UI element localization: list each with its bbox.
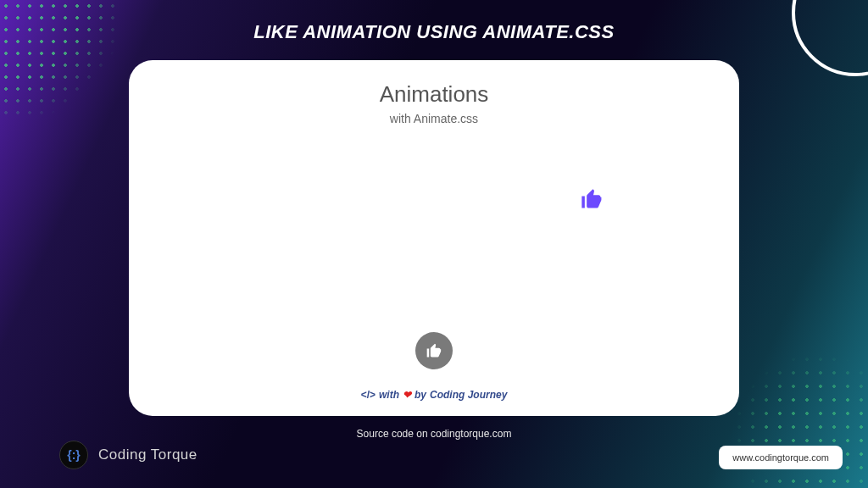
card-heading: Animations bbox=[380, 81, 489, 108]
credit-line: </> with ❤ by Coding Journey bbox=[361, 389, 508, 401]
like-button[interactable] bbox=[415, 332, 453, 369]
card-subheading: with Animate.css bbox=[390, 112, 478, 125]
thumb-up-icon bbox=[426, 342, 442, 359]
credit-by: by bbox=[415, 389, 426, 401]
page-title: LIKE ANIMATION USING ANIMATE.CSS bbox=[0, 0, 868, 43]
credit-with: with bbox=[379, 389, 399, 401]
brand-area: {:} Coding Torque bbox=[59, 441, 198, 469]
decorative-arc-top-right bbox=[792, 0, 868, 76]
floating-thumb-icon bbox=[580, 187, 604, 211]
heart-icon: ❤ bbox=[403, 389, 411, 401]
demo-card: Animations with Animate.css </> with ❤ b… bbox=[129, 60, 739, 416]
brand-name: Coding Torque bbox=[98, 446, 198, 463]
brand-logo: {:} bbox=[59, 441, 88, 469]
code-icon: </> bbox=[361, 389, 376, 401]
website-link[interactable]: www.codingtorque.com bbox=[719, 446, 843, 469]
credit-author[interactable]: Coding Journey bbox=[430, 389, 507, 401]
decorative-dots-top-left bbox=[0, 0, 119, 119]
